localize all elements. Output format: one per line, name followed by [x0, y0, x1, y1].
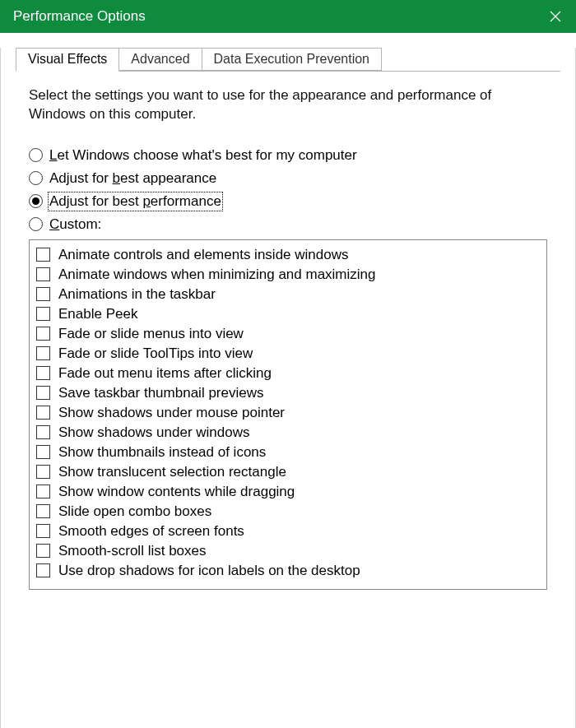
close-icon	[550, 11, 561, 22]
check-label: Smooth-scroll list boxes	[58, 543, 207, 559]
check-item[interactable]: Fade out menu items after clicking	[36, 364, 540, 383]
check-label: Fade or slide menus into view	[58, 326, 244, 342]
close-button[interactable]	[535, 0, 576, 33]
check-item[interactable]: Slide open combo boxes	[36, 502, 540, 522]
checkbox-icon	[36, 406, 50, 420]
check-item[interactable]: Save taskbar thumbnail previews	[36, 383, 540, 403]
check-label: Show shadows under mouse pointer	[58, 405, 285, 421]
check-item[interactable]: Animations in the taskbar	[36, 285, 540, 304]
tab-advanced[interactable]: Advanced	[118, 48, 202, 71]
radio-group-effects-mode: Let Windows choose what's best for my co…	[29, 147, 547, 233]
tabstrip: Visual Effects Advanced Data Execution P…	[16, 48, 575, 71]
checkbox-icon	[36, 386, 50, 400]
checkbox-icon	[36, 504, 50, 518]
checkbox-icon	[36, 366, 50, 380]
radio-icon	[29, 148, 43, 162]
radio-icon	[29, 217, 43, 231]
radio-let-windows[interactable]: Let Windows choose what's best for my co…	[29, 147, 547, 164]
check-label: Animate windows when minimizing and maxi…	[58, 267, 376, 283]
check-label: Show translucent selection rectangle	[58, 464, 286, 480]
tab-dep[interactable]: Data Execution Prevention	[202, 48, 382, 71]
tab-panel-visual-effects: Select the settings you want to use for …	[16, 71, 560, 598]
check-label: Fade or slide ToolTips into view	[58, 345, 253, 362]
check-label: Show thumbnails instead of icons	[58, 444, 266, 461]
checkbox-icon	[36, 327, 50, 341]
radio-label: Adjust for best performance	[49, 193, 221, 210]
checkbox-icon	[36, 485, 50, 498]
check-label: Use drop shadows for icon labels on the …	[58, 563, 360, 579]
radio-icon	[29, 171, 43, 185]
radio-best-performance[interactable]: Adjust for best performance	[29, 193, 547, 210]
check-item[interactable]: Fade or slide ToolTips into view	[36, 344, 540, 364]
radio-custom[interactable]: Custom:	[29, 216, 547, 233]
dialog-body: Visual Effects Advanced Data Execution P…	[0, 48, 576, 728]
titlebar: Performance Options	[0, 0, 576, 33]
check-item[interactable]: Smooth-scroll list boxes	[36, 541, 540, 561]
checkbox-icon	[36, 563, 50, 577]
check-label: Fade out menu items after clicking	[58, 365, 272, 382]
check-item[interactable]: Show shadows under mouse pointer	[36, 403, 540, 423]
check-item[interactable]: Fade or slide menus into view	[36, 324, 540, 344]
radio-label: Adjust for best appearance	[49, 170, 216, 187]
check-item[interactable]: Use drop shadows for icon labels on the …	[36, 561, 540, 581]
check-item[interactable]: Enable Peek	[36, 304, 540, 324]
checkbox-icon	[36, 287, 50, 301]
check-label: Show window contents while dragging	[58, 484, 295, 500]
check-label: Enable Peek	[58, 306, 137, 322]
check-label: Slide open combo boxes	[58, 503, 211, 520]
check-label: Save taskbar thumbnail previews	[58, 385, 263, 401]
check-item[interactable]: Smooth edges of screen fonts	[36, 522, 540, 541]
checkbox-icon	[36, 307, 50, 321]
check-label: Animate controls and elements inside win…	[58, 247, 348, 263]
checkbox-icon	[36, 445, 50, 459]
visual-effects-list[interactable]: Animate controls and elements inside win…	[29, 239, 547, 590]
checkbox-icon	[36, 346, 50, 360]
radio-icon	[29, 194, 43, 208]
checkbox-icon	[36, 544, 50, 558]
radio-best-appearance[interactable]: Adjust for best appearance	[29, 170, 547, 187]
radio-label: Custom:	[49, 216, 101, 233]
check-item[interactable]: Show thumbnails instead of icons	[36, 443, 540, 462]
check-item[interactable]: Show shadows under windows	[36, 423, 540, 443]
check-item[interactable]: Show translucent selection rectangle	[36, 462, 540, 482]
intro-text: Select the settings you want to use for …	[29, 86, 547, 124]
checkbox-icon	[36, 465, 50, 479]
check-item[interactable]: Show window contents while dragging	[36, 482, 540, 502]
checkbox-icon	[36, 267, 50, 281]
radio-label: Let Windows choose what's best for my co…	[49, 147, 357, 164]
checkbox-icon	[36, 524, 50, 538]
window-title: Performance Options	[13, 8, 146, 25]
tab-visual-effects[interactable]: Visual Effects	[16, 48, 119, 72]
check-item[interactable]: Animate controls and elements inside win…	[36, 245, 540, 265]
checkbox-icon	[36, 248, 50, 262]
check-label: Smooth edges of screen fonts	[58, 523, 244, 540]
checkbox-icon	[36, 425, 50, 439]
check-item[interactable]: Animate windows when minimizing and maxi…	[36, 265, 540, 285]
check-label: Animations in the taskbar	[58, 286, 216, 303]
check-label: Show shadows under windows	[58, 424, 249, 441]
